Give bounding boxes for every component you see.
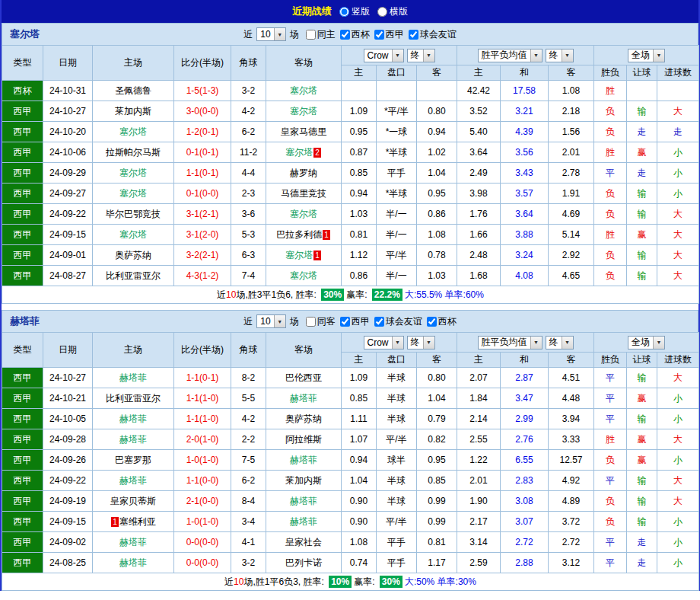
filter-checkbox[interactable]: 球会友谊	[409, 28, 457, 41]
date-cell: 24-10-20	[43, 122, 93, 142]
handicap-result-cell: 输	[627, 409, 657, 429]
chevron-down-icon: ▼	[423, 337, 434, 349]
checkbox-input[interactable]	[374, 317, 384, 327]
handicap-result-cell: 走	[627, 122, 657, 142]
checkbox-input[interactable]	[340, 317, 350, 327]
away-team-cell: 巴伦西亚	[266, 368, 342, 388]
corner-cell: 7-4	[231, 266, 266, 286]
dropdown-胜平负均值[interactable]: 胜平负均值▼	[478, 336, 542, 349]
radio-input-horizontal[interactable]	[377, 7, 387, 17]
odds-home-cell: 0.81	[342, 225, 377, 245]
avg-away-cell: 5.14	[549, 225, 594, 245]
corner-cell: 2-2	[231, 429, 266, 450]
home-team-cell: 赫塔菲	[93, 532, 174, 553]
chevron-down-icon: ▼	[530, 337, 542, 349]
section-header: 赫塔菲 近 10▼ 场 同客西甲球会友谊西杯	[2, 310, 698, 332]
dropdown-终[interactable]: 终▼	[407, 49, 435, 62]
avg-away-cell: 2.01	[549, 142, 594, 163]
topbar: 近期战绩 竖版 横版	[2, 0, 698, 23]
checkbox-input[interactable]	[409, 30, 418, 40]
avg-draw-cell: 4.39	[501, 122, 549, 142]
score-cell: 1-1(1-0)	[174, 409, 231, 429]
away-team-cell: 赫塔菲	[266, 512, 342, 532]
home-team-cell: 比利亚雷亚尔	[93, 266, 174, 286]
chevron-down-icon: ▼	[274, 315, 285, 327]
avg-draw-cell: 3.57	[501, 184, 549, 204]
col-header: 主场	[93, 333, 174, 368]
league-cell: 西甲	[2, 429, 43, 450]
radio-input-vertical[interactable]	[339, 7, 349, 17]
date-cell: 24-09-01	[43, 245, 93, 266]
chevron-down-icon: ▼	[392, 337, 403, 349]
checkbox-input[interactable]	[427, 317, 437, 327]
checkbox-input[interactable]	[340, 30, 350, 40]
recent-count-select[interactable]: 10▼	[256, 27, 285, 41]
avg-away-cell: 4.89	[549, 491, 594, 512]
checkbox-input[interactable]	[374, 30, 384, 40]
filter-checkbox[interactable]: 球会友谊	[374, 315, 422, 328]
dropdown-终[interactable]: 终▼	[546, 49, 574, 62]
odds-away-cell: 0.82	[417, 429, 457, 450]
filter-checkbox[interactable]: 同主	[306, 28, 336, 41]
filter-checkbox[interactable]: 同客	[306, 315, 336, 328]
home-team-cell: 巴塞罗那	[93, 450, 174, 471]
filter-checkbox[interactable]: 西杯	[427, 315, 457, 328]
league-cell: 西甲	[2, 409, 43, 429]
goals-result-cell: 大	[657, 101, 699, 122]
match-row: 西甲24-10-20塞尔塔1-2(0-1)6-2皇家马德里0.95*一球0.94…	[2, 122, 699, 142]
dropdown-终[interactable]: 终▼	[407, 336, 435, 349]
handicap-result-cell: 赢	[627, 429, 657, 450]
handicap-result-cell: 赢	[627, 450, 657, 471]
checkbox-input[interactable]	[306, 317, 316, 327]
dropdown-全场[interactable]: 全场▼	[628, 336, 665, 349]
goals-result-cell: 大	[657, 225, 699, 245]
result-cell: 平	[594, 163, 627, 184]
filter-checkbox[interactable]: 西甲	[340, 315, 370, 328]
odds-home-cell: 0.87	[342, 142, 377, 163]
filter-checkbox[interactable]: 西甲	[374, 28, 404, 41]
odds-away-cell: 1.17	[417, 553, 457, 573]
avg-away-cell: 4.69	[549, 204, 594, 225]
handicap-cell: *半球	[377, 142, 417, 163]
goals-result-cell: 小	[657, 409, 699, 429]
red-card-badge: 2	[313, 148, 321, 158]
checkbox-input[interactable]	[306, 30, 316, 40]
avg-draw-cell: 17.58	[501, 81, 549, 101]
table-header: 类型日期主场比分(半场)角球客场Crow▼终▼胜平负均值▼终▼全场▼主盘口客主和…	[2, 333, 699, 368]
result-cell: 胜	[594, 429, 627, 450]
dropdown-Crow[interactable]: Crow▼	[364, 336, 404, 349]
handicap-result-cell: 输	[627, 245, 657, 266]
sub-col-header: 盘口	[377, 65, 417, 81]
goals-result-cell: 小	[657, 142, 699, 163]
corner-cell: 3-2	[231, 553, 266, 573]
corner-cell: 6-2	[231, 122, 266, 142]
dropdown-Crow[interactable]: Crow▼	[364, 49, 404, 62]
odds-home-cell: 0.95	[342, 122, 377, 142]
dropdown-胜平负均值[interactable]: 胜平负均值▼	[478, 49, 542, 62]
layout-radio-vertical[interactable]: 竖版	[339, 5, 370, 18]
sub-col-header: 客	[549, 353, 594, 368]
corner-cell: 8-2	[231, 368, 266, 388]
result-cell: 负	[594, 491, 627, 512]
away-team-cell: 塞尔塔1	[266, 245, 342, 266]
odds-home-cell: 0.90	[342, 491, 377, 512]
date-cell: 24-09-15	[43, 512, 93, 532]
avg-draw-cell: 6.55	[501, 450, 549, 471]
handicap-cell: *平/半	[377, 101, 417, 122]
result-cell: 平	[594, 388, 627, 409]
dropdown-全场[interactable]: 全场▼	[628, 49, 665, 62]
avg-home-cell: 2.07	[457, 368, 501, 388]
filter-checkbox-group: 同客西甲球会友谊西杯	[301, 315, 457, 328]
recent-count-select[interactable]: 10▼	[256, 314, 285, 328]
filter-checkbox[interactable]: 西杯	[340, 28, 370, 41]
match-row: 西甲24-09-28赫塔菲2-0(1-0)2-2阿拉维斯1.07平/半0.822…	[2, 429, 699, 450]
odds-away-cell: 0.95	[417, 184, 457, 204]
home-team-cell: 塞尔塔	[93, 184, 174, 204]
col-header: 客场	[266, 46, 342, 81]
layout-radio-horizontal[interactable]: 横版	[377, 5, 408, 18]
rate-badge: 10%	[329, 576, 352, 588]
dropdown-终[interactable]: 终▼	[546, 336, 574, 349]
score-cell: 4-3(1-2)	[174, 266, 231, 286]
summary-text: 近	[224, 576, 234, 587]
summary-text: 场,胜1平6负3, 胜率:	[243, 576, 326, 587]
